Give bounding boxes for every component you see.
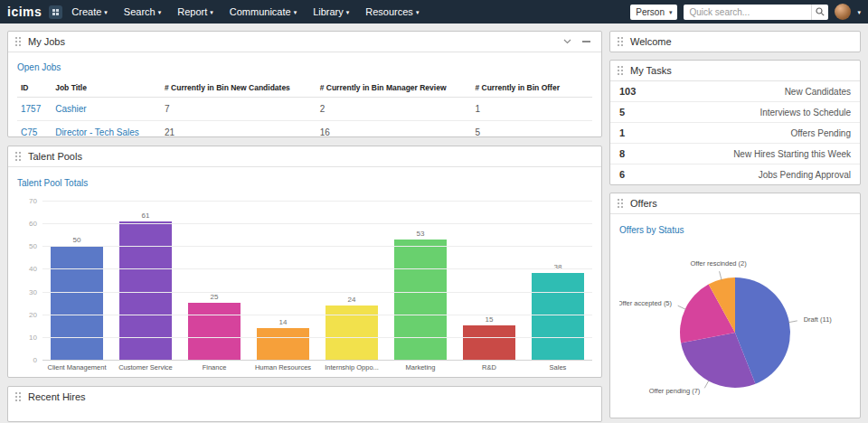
panel-my-jobs: My Jobs Open Jobs IDJob Title# Currently… [7,31,602,137]
task-row[interactable]: 6Jobs Pending Approval [610,164,860,184]
menu-item-communicate[interactable]: Communicate▾ [230,6,297,17]
pie-leader-line [678,306,686,309]
bar-r-d[interactable] [463,325,515,360]
panel-title: Welcome [630,36,672,47]
bar-value-label: 61 [142,212,150,220]
menu-item-report[interactable]: Report▾ [177,6,213,17]
menu-item-label: Resources [365,6,413,17]
gridline [42,246,592,247]
bar-chart-x-labels: Client ManagementCustomer ServiceFinance… [42,363,592,371]
bar-chart-y-axis: 010203040506070 [17,201,42,360]
open-jobs-link[interactable]: Open Jobs [17,62,61,72]
job-id-link[interactable]: C75 [21,127,37,137]
task-count: 1 [619,127,625,138]
column-header[interactable]: # Currently in Bin New Candidates [161,79,316,98]
talent-pool-totals-link[interactable]: Talent Pool Totals [17,178,88,188]
bar-slot: 14 [249,201,317,360]
column-header[interactable]: ID [17,79,52,98]
task-count: 8 [619,148,625,159]
talent-pool-bar-chart: 010203040506070 5061251424531538 [17,201,592,360]
person-dropdown[interactable]: Person ▾ [630,5,677,20]
panel-title: Talent Pools [28,151,82,162]
talent-pools-body: Talent Pool Totals 010203040506070 50612… [8,167,601,377]
offers-by-status-link[interactable]: Offers by Status [619,225,684,235]
right-column: Welcome My Tasks 103New Candidates5Inter… [609,31,861,416]
drag-handle-icon[interactable] [618,66,624,76]
panel-title: My Jobs [28,36,65,47]
drag-handle-icon[interactable] [618,199,624,209]
bin-count: 2 [316,98,472,121]
pie-slice-label: Offer pending (7) [649,387,701,395]
drag-handle-icon[interactable] [618,37,624,47]
panel-header-my-tasks: My Tasks [610,61,860,81]
menu-item-search[interactable]: Search▾ [124,6,161,17]
job-title-link[interactable]: Director - Tech Sales [55,127,139,137]
chevron-down-icon: ▾ [294,9,297,15]
bar-category-label: Finance [180,363,249,371]
bin-count: 21 [161,121,316,145]
bar-category-label: Internship Oppo... [317,363,386,371]
pie-leader-line [704,381,709,389]
job-id-link[interactable]: 1757 [21,104,41,114]
column-header[interactable]: # Currently in Bin Offer [471,79,592,98]
top-nav: icims Create▾Search▾Report▾Communicate▾L… [0,0,868,24]
bar-chart-plot-col: 5061251424531538 [42,201,592,360]
menu-item-resources[interactable]: Resources▾ [365,6,419,17]
bar-human-resources[interactable] [257,328,309,360]
job-title-link[interactable]: Cashier [55,104,86,114]
apps-icon[interactable] [49,5,62,19]
bar-client-management[interactable] [51,246,103,360]
task-row[interactable]: 1Offers Pending [610,123,860,144]
panel-header-talent-pools: Talent Pools [8,146,601,167]
bar-customer-service[interactable] [119,221,172,360]
gridline [42,223,592,224]
bar-category-label: Client Management [42,363,111,371]
offers-pie-chart: Draft (11)Offer pending (7)Offer accepte… [619,239,851,416]
column-header[interactable]: Job Title [52,79,161,98]
menu-item-label: Communicate [230,6,291,17]
collapse-chevron-icon[interactable] [563,39,571,44]
task-label: Offers Pending [790,128,851,138]
bar-slot: 15 [455,201,524,360]
bar-sales[interactable] [532,273,584,360]
icims-logo: icims [7,5,42,19]
bar-chart-bars: 5061251424531538 [42,201,592,360]
menu-item-create[interactable]: Create▾ [71,6,108,17]
bar-finance[interactable] [188,303,241,360]
chevron-down-icon: ▾ [346,9,350,15]
panel-header-my-jobs: My Jobs [8,32,601,52]
table-row: C75Director - Tech Sales21165 [17,121,592,145]
bar-category-label: Marketing [386,363,455,371]
task-row[interactable]: 103New Candidates [610,81,860,102]
y-tick-label: 60 [29,220,37,228]
bin-count: 7 [161,98,316,121]
bar-slot: 61 [111,201,180,360]
task-label: Jobs Pending Approval [759,170,851,180]
gridline [42,268,592,269]
bar-marketing[interactable] [394,240,447,360]
panel-title: Offers [630,198,657,209]
chevron-down-icon[interactable]: ▾ [857,9,861,15]
main-menu: Create▾Search▾Report▾Communicate▾Library… [71,6,419,17]
menu-item-library[interactable]: Library▾ [313,6,349,17]
panel-recent-hires: Recent Hires [7,386,602,422]
bar-value-label: 50 [73,236,81,244]
task-row[interactable]: 8New Hires Starting this Week [610,144,860,164]
avatar[interactable] [835,4,851,20]
search-input[interactable] [684,5,811,20]
bar-value-label: 24 [348,296,356,304]
drag-handle-icon[interactable] [15,392,22,402]
search-icon[interactable] [811,5,828,20]
minimize-icon[interactable] [582,41,590,42]
bar-slot: 38 [524,201,592,360]
bin-count: 16 [316,121,472,145]
panel-talent-pools: Talent Pools Talent Pool Totals 01020304… [7,146,602,378]
panel-welcome: Welcome [609,31,861,52]
task-row[interactable]: 5Interviews to Schedule [610,102,860,123]
pie-slice-label: Draft (11) [804,315,833,324]
column-header[interactable]: # Currently in Bin Manager Review [316,79,472,98]
task-count: 6 [619,169,625,180]
drag-handle-icon[interactable] [15,37,22,47]
chevron-down-icon: ▾ [210,9,213,15]
drag-handle-icon[interactable] [15,152,22,162]
